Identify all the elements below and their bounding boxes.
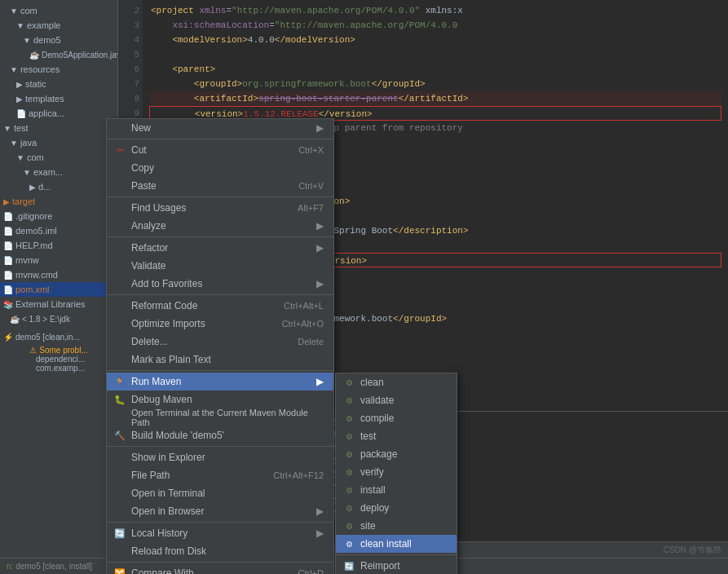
- menu-item-new[interactable]: New ▶: [107, 119, 333, 137]
- maven-reimport[interactable]: 🔄 Reimport: [336, 557, 457, 574]
- maven-site[interactable]: ⚙ site: [336, 517, 457, 535]
- menu-item-delete[interactable]: Delete... Delete: [107, 333, 333, 351]
- menu-separator: [107, 139, 333, 139]
- menu-item-show-explorer[interactable]: Show in Explorer: [107, 448, 333, 466]
- warning-icon: ⚠: [29, 346, 37, 355]
- menu-item-cut[interactable]: ✂ Cut Ctrl+X: [107, 141, 333, 159]
- tree-item-jdk[interactable]: ☕ < 1.8 > E:\jdk: [0, 311, 117, 326]
- mark-icon: [113, 353, 126, 366]
- menu-item-open-in-terminal[interactable]: Open in Terminal: [107, 484, 333, 502]
- maven-validate[interactable]: ⚙ validate: [336, 391, 457, 409]
- reimport-icon: 🔄: [342, 559, 355, 572]
- tree-item-applica[interactable]: 📄 applica...: [0, 106, 117, 121]
- tree-item-test[interactable]: ▼ test: [0, 121, 117, 135]
- maven-goal-icon: ⚙: [342, 483, 355, 497]
- watermark: CSDN @节奏昂: [664, 545, 721, 556]
- menu-separator: [107, 370, 333, 371]
- menu-item-validate[interactable]: Validate: [107, 257, 333, 275]
- refactor-icon: [113, 241, 126, 254]
- maven-goal-icon: ⚙: [342, 448, 355, 461]
- tree-item-demo5-run2[interactable]: ⚠ Some probl... dependenci... com.examp.…: [0, 344, 117, 374]
- file-icon: 📄: [3, 241, 13, 250]
- menu-item-reload[interactable]: Reload from Disk: [107, 542, 333, 560]
- tree-item-example[interactable]: ▼ example: [0, 18, 117, 33]
- folder-icon: ▼: [16, 153, 24, 162]
- maven-verify[interactable]: ⚙ verify: [336, 463, 457, 481]
- maven-clean[interactable]: ⚙ clean: [336, 373, 457, 391]
- menu-item-analyze[interactable]: Analyze ▶: [107, 217, 333, 235]
- menu-item-run-maven[interactable]: 🏃 Run Maven ▶ ⚙ clean ⚙ validate ⚙ compi…: [107, 373, 333, 391]
- tree-item-demo5[interactable]: ▼ demo5: [0, 33, 117, 47]
- folder-icon: ▼: [3, 124, 11, 133]
- delete-icon: [113, 335, 126, 348]
- submenu-arrow: ▶: [316, 242, 324, 254]
- filepath-icon: [113, 469, 126, 482]
- copy-icon: [113, 161, 126, 174]
- debug-icon: 🐛: [113, 393, 126, 406]
- maven-goal-icon: ⚙: [342, 430, 355, 443]
- folder-icon: ▼: [10, 139, 18, 148]
- folder-icon: ▼: [10, 65, 18, 74]
- tree-item-demo5iml[interactable]: 📄 demo5.iml: [0, 223, 117, 238]
- maven-goal-icon: ⚙: [342, 412, 355, 425]
- menu-item-debug-maven[interactable]: 🐛 Debug Maven: [107, 391, 333, 408]
- status-text: n:: [7, 562, 13, 571]
- tree-item-mvnw[interactable]: 📄 mvnw: [0, 253, 117, 267]
- menu-item-reformat[interactable]: Reformat Code Ctrl+Alt+L: [107, 297, 333, 315]
- maven-goal-icon: ⚙: [342, 394, 355, 407]
- tree-item-resources[interactable]: ▼ resources: [0, 62, 117, 77]
- file-icon: 📄: [3, 212, 13, 221]
- tree-item-demo5-run1[interactable]: ⚡ demo5 [clean,in...: [0, 329, 117, 344]
- tree-item-exam2[interactable]: ▼ exam...: [0, 165, 117, 179]
- tree-item-extlibs[interactable]: 📚 External Libraries: [0, 297, 117, 311]
- maven-install[interactable]: ⚙ install: [336, 481, 457, 499]
- reload-icon: [113, 545, 126, 558]
- maven-deploy[interactable]: ⚙ deploy: [336, 499, 457, 517]
- validate-icon: [113, 259, 126, 272]
- menu-item-optimize[interactable]: Optimize Imports Ctrl+Alt+O: [107, 315, 333, 333]
- menu-item-refactor[interactable]: Refactor ▶: [107, 239, 333, 257]
- menu-item-add-favorites[interactable]: Add to Favorites ▶: [107, 275, 333, 293]
- tree-item-target[interactable]: ▶ target: [0, 194, 117, 209]
- menu-item-paste[interactable]: Paste Ctrl+V: [107, 177, 333, 195]
- menu-item-open-terminal[interactable]: Open Terminal at the Current Maven Modul…: [107, 408, 333, 426]
- menu-separator: [336, 554, 457, 555]
- menu-item-file-path[interactable]: File Path Ctrl+Alt+F12: [107, 466, 333, 484]
- jdk-icon: ☕: [10, 315, 20, 324]
- file-icon: 📄: [16, 109, 26, 118]
- tree-item-com[interactable]: ▼ com: [0, 3, 117, 18]
- tree-item-static[interactable]: ▶ static: [0, 77, 117, 91]
- maven-goal-icon: ⚙: [342, 376, 355, 389]
- build-icon: 🔨: [113, 429, 126, 442]
- submenu-arrow: ▶: [316, 376, 324, 387]
- tree-item-mvnwcmd[interactable]: 📄 mvnw.cmd: [0, 267, 117, 282]
- folder-icon: ▶: [3, 197, 10, 206]
- new-icon: [113, 121, 126, 135]
- tree-item-java2[interactable]: ▼ java: [0, 135, 117, 150]
- maven-test[interactable]: ⚙ test: [336, 427, 457, 445]
- tree-item-pomxml[interactable]: 📄 pom.xml: [0, 282, 117, 297]
- menu-item-mark-plain[interactable]: Mark as Plain Text: [107, 351, 333, 369]
- maven-compile[interactable]: ⚙ compile: [336, 409, 457, 427]
- tree-item-demo5app[interactable]: ☕ Demo5Application.java: [0, 47, 117, 62]
- maven-goal-icon: ⚙: [342, 466, 355, 479]
- terminal-icon: [113, 411, 126, 424]
- tree-item-d2[interactable]: ▶ d...: [0, 179, 117, 194]
- menu-item-build-module[interactable]: 🔨 Build Module 'demo5': [107, 426, 333, 444]
- menu-item-find-usages[interactable]: Find Usages Alt+F7: [107, 199, 333, 217]
- file-icon: 📄: [3, 227, 13, 236]
- menu-item-local-history[interactable]: 🔄 Local History ▶: [107, 524, 333, 542]
- maven-goal-icon: ⚙: [342, 501, 355, 514]
- menu-item-copy[interactable]: Copy: [107, 159, 333, 177]
- tree-item-templates[interactable]: ▶ templates: [0, 91, 117, 106]
- maven-icon: 🏃: [113, 375, 126, 388]
- maven-goal-icon: ⚙: [342, 519, 355, 532]
- tree-item-gitignore[interactable]: 📄 .gitignore: [0, 209, 117, 223]
- menu-item-compare-with[interactable]: 🔀 Compare With... Ctrl+D: [107, 564, 333, 574]
- tree-item-com2[interactable]: ▼ com: [0, 150, 117, 165]
- maven-clean-install[interactable]: ⚙ clean install: [336, 535, 457, 553]
- tree-item-helpmd[interactable]: 📄 HELP.md: [0, 238, 117, 253]
- maven-package[interactable]: ⚙ package: [336, 445, 457, 463]
- menu-item-open-browser[interactable]: Open in Browser ▶: [107, 502, 333, 520]
- file-icon: 📄: [3, 256, 13, 265]
